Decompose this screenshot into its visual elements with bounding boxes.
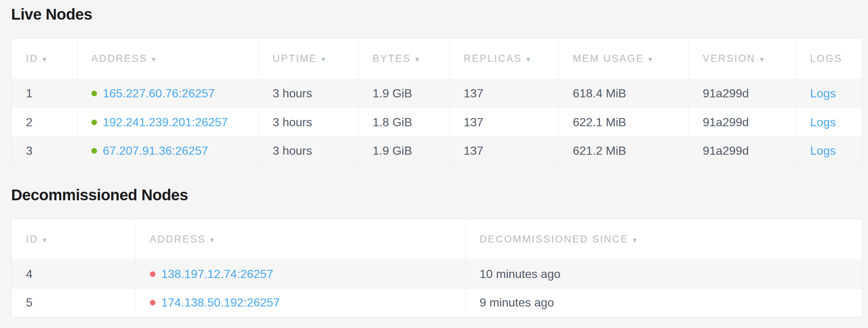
node-address-cell: 174.138.50.192:26257 bbox=[135, 288, 465, 317]
column-header-replicas[interactable]: REPLICAS▾ bbox=[449, 38, 559, 79]
node-replicas-cell: 137 bbox=[449, 108, 559, 137]
table-row-node-1: 1 165.227.60.76:26257 3 hours 1.9 GiB 13… bbox=[11, 79, 862, 108]
node-address-link[interactable]: 192.241.239.201:26257 bbox=[103, 116, 228, 129]
node-version-cell: 91a299d bbox=[688, 137, 796, 165]
live-nodes-table: ID▾ ADDRESS▾ UPTIME▾ BYTES▾ REPLICAS▾ ME… bbox=[11, 38, 863, 166]
node-address-link[interactable]: 138.197.12.74:26257 bbox=[161, 267, 274, 281]
node-address-link[interactable]: 165.227.60.76:26257 bbox=[103, 87, 215, 100]
node-uptime-cell: 3 hours bbox=[258, 108, 358, 137]
node-id-cell: 1 bbox=[11, 79, 77, 108]
node-version-cell: 91a299d bbox=[688, 79, 796, 108]
node-id-cell: 5 bbox=[11, 288, 135, 317]
node-address-link[interactable]: 174.138.50.192:26257 bbox=[161, 296, 280, 309]
sort-arrow-icon: ▾ bbox=[43, 236, 46, 244]
node-address-cell: 192.241.239.201:26257 bbox=[77, 108, 258, 137]
node-address-cell: 67.207.91.36:26257 bbox=[77, 137, 258, 165]
table-row-node-3: 3 67.207.91.36:26257 3 hours 1.9 GiB 137… bbox=[11, 137, 862, 165]
sort-arrow-icon: ▾ bbox=[526, 55, 530, 63]
node-logs-cell: Logs bbox=[796, 79, 862, 108]
node-id-cell: 4 bbox=[11, 260, 135, 288]
node-bytes-cell: 1.9 GiB bbox=[358, 79, 449, 108]
node-id-cell: 3 bbox=[11, 137, 77, 165]
decommissioned-nodes-title: Decommissioned Nodes bbox=[11, 186, 862, 204]
node-mem-usage-cell: 621.2 MiB bbox=[559, 137, 688, 165]
column-header-uptime[interactable]: UPTIME▾ bbox=[258, 38, 358, 79]
node-replicas-cell: 137 bbox=[449, 137, 559, 165]
live-status-dot bbox=[91, 120, 97, 125]
node-bytes-cell: 1.8 GiB bbox=[358, 108, 449, 137]
node-bytes-cell: 1.9 GiB bbox=[358, 137, 449, 165]
node-uptime-cell: 3 hours bbox=[258, 137, 358, 165]
decommissioned-status-dot bbox=[150, 271, 155, 277]
decommissioned-nodes-table: ID▾ ADDRESS▾ DECOMMISSIONED SINCE▾ 4 138… bbox=[11, 218, 863, 318]
node-decommissioned-since-cell: 10 minutes ago bbox=[465, 260, 862, 288]
column-header-logs: LOGS bbox=[796, 38, 862, 79]
sort-arrow-icon: ▾ bbox=[322, 55, 325, 63]
column-header-address[interactable]: ADDRESS▾ bbox=[135, 219, 465, 260]
sort-arrow-icon: ▾ bbox=[760, 55, 764, 63]
node-address-cell: 138.197.12.74:26257 bbox=[135, 260, 465, 288]
live-status-dot bbox=[91, 91, 97, 96]
column-header-version[interactable]: VERSION▾ bbox=[688, 38, 796, 79]
column-header-address[interactable]: ADDRESS▾ bbox=[77, 38, 258, 79]
node-uptime-cell: 3 hours bbox=[258, 79, 358, 108]
node-version-cell: 91a299d bbox=[688, 108, 796, 137]
decommissioned-nodes-header-row: ID▾ ADDRESS▾ DECOMMISSIONED SINCE▾ bbox=[11, 219, 862, 260]
column-header-id[interactable]: ID▾ bbox=[11, 38, 77, 79]
live-nodes-title: Live Nodes bbox=[11, 5, 862, 24]
column-header-id[interactable]: ID▾ bbox=[11, 219, 135, 260]
node-address-cell: 165.227.60.76:26257 bbox=[77, 79, 258, 108]
node-mem-usage-cell: 618.4 MiB bbox=[559, 79, 688, 108]
sort-arrow-icon: ▾ bbox=[210, 236, 214, 244]
live-nodes-header-row: ID▾ ADDRESS▾ UPTIME▾ BYTES▾ REPLICAS▾ ME… bbox=[11, 38, 862, 79]
column-header-mem-usage[interactable]: MEM USAGE▾ bbox=[559, 38, 688, 79]
node-id-cell: 2 bbox=[11, 108, 77, 137]
nodes-overview-page: Live Nodes ID▾ ADDRESS▾ UPTIME▾ BYTES▾ R… bbox=[0, 0, 868, 328]
node-logs-cell: Logs bbox=[796, 137, 862, 165]
table-row-node-4: 4 138.197.12.74:26257 10 minutes ago bbox=[11, 260, 862, 288]
node-replicas-cell: 137 bbox=[449, 79, 559, 108]
sort-arrow-icon: ▾ bbox=[152, 55, 155, 63]
column-header-decommissioned-since[interactable]: DECOMMISSIONED SINCE▾ bbox=[465, 219, 862, 260]
table-row-node-2: 2 192.241.239.201:26257 3 hours 1.8 GiB … bbox=[11, 108, 862, 137]
column-header-bytes[interactable]: BYTES▾ bbox=[358, 38, 449, 79]
live-status-dot bbox=[91, 148, 97, 154]
sort-arrow-icon: ▾ bbox=[415, 55, 419, 63]
node-logs-cell: Logs bbox=[796, 108, 862, 137]
sort-arrow-icon: ▾ bbox=[649, 55, 652, 63]
node-decommissioned-since-cell: 9 minutes ago bbox=[465, 288, 862, 317]
sort-arrow-icon: ▾ bbox=[43, 55, 46, 63]
node-address-link[interactable]: 67.207.91.36:26257 bbox=[103, 144, 208, 157]
logs-link[interactable]: Logs bbox=[810, 116, 836, 129]
sort-arrow-icon: ▾ bbox=[633, 236, 637, 244]
logs-link[interactable]: Logs bbox=[810, 144, 836, 157]
table-row-node-5: 5 174.138.50.192:26257 9 minutes ago bbox=[11, 288, 862, 317]
logs-link[interactable]: Logs bbox=[810, 87, 836, 100]
node-mem-usage-cell: 622.1 MiB bbox=[559, 108, 688, 137]
decommissioned-status-dot bbox=[150, 300, 155, 305]
